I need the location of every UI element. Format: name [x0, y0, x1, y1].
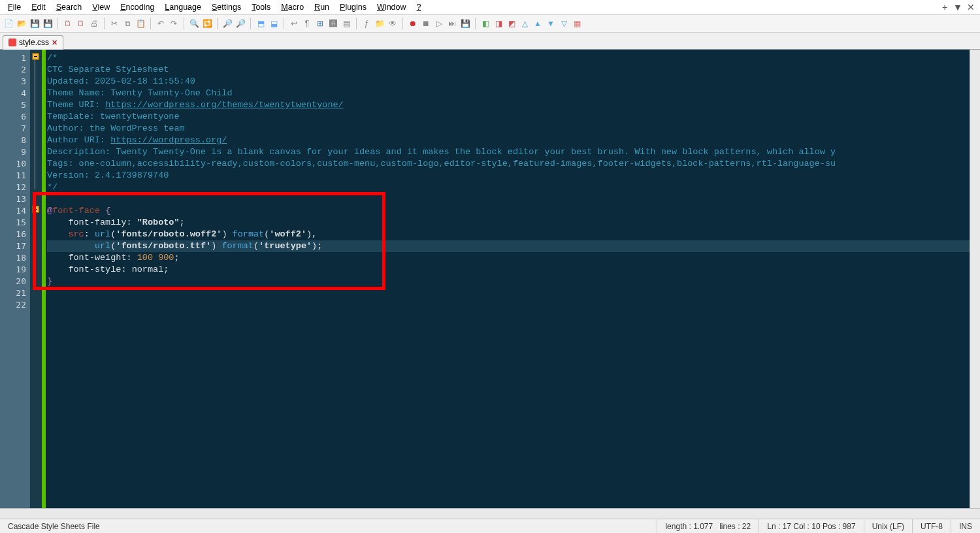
misc8-icon[interactable]: ▦ [571, 18, 583, 29]
menu-view[interactable]: View [87, 1, 115, 13]
menu-macro[interactable]: Macro [276, 1, 309, 13]
redo-icon[interactable]: ↷ [168, 18, 180, 29]
code-line[interactable]: Updated: 2025-02-18 11:55:40 [47, 76, 970, 88]
save-macro-icon[interactable]: 💾 [459, 18, 471, 29]
dropdown-button[interactable]: ▼ [951, 2, 964, 12]
doc-map-icon[interactable]: ▤ [340, 18, 352, 29]
save-all-icon[interactable]: 💾 [42, 18, 54, 29]
undo-icon[interactable]: ↶ [155, 18, 167, 29]
code-line[interactable]: font-family: "Roboto"; [47, 217, 970, 229]
line-number: 8 [0, 135, 26, 146]
menu-plugins[interactable]: Plugins [335, 1, 372, 13]
code-line[interactable]: @font-face { [47, 205, 970, 217]
save-icon[interactable]: 💾 [29, 18, 41, 29]
close-window-button[interactable]: ✕ [964, 2, 977, 12]
new-file-icon[interactable]: 📄 [3, 18, 14, 29]
line-number: 10 [0, 158, 26, 170]
add-tab-button[interactable]: + [938, 2, 951, 12]
monitor-icon[interactable]: 👁 [387, 18, 399, 29]
code-line[interactable]: /* [47, 52, 970, 64]
code-line[interactable]: font-weight: 100 900; [47, 252, 970, 264]
lang-icon[interactable]: 🅰 [327, 18, 339, 29]
tab-close-icon[interactable]: ✕ [52, 39, 57, 47]
fold-toggle-icon[interactable] [32, 206, 39, 213]
misc5-icon[interactable]: ▲ [532, 18, 544, 29]
record-macro-icon[interactable]: ⏺ [407, 18, 419, 29]
close-all-icon[interactable]: 🗋 [75, 18, 87, 29]
menu-language[interactable]: Language [159, 1, 206, 13]
menu-run[interactable]: Run [309, 1, 335, 13]
code-line[interactable]: Version: 2.4.1739879740 [47, 170, 970, 182]
vertical-scrollbar[interactable] [970, 50, 980, 508]
code-line[interactable]: Author URI: https://wordpress.org/ [47, 135, 970, 146]
misc6-icon[interactable]: ▼ [545, 18, 557, 29]
code-line[interactable] [47, 299, 970, 311]
fold-toggle-icon[interactable] [32, 53, 39, 60]
menu-settings[interactable]: Settings [206, 1, 246, 13]
folder-icon[interactable]: 📁 [374, 18, 385, 29]
wordwrap-icon[interactable]: ↩ [288, 18, 300, 29]
code-area[interactable]: /*CTC Separate StylesheetUpdated: 2025-0… [46, 50, 970, 508]
misc3-icon[interactable]: ◩ [506, 18, 517, 29]
zoom-out-icon[interactable]: 🔎 [235, 18, 246, 29]
line-number: 18 [0, 252, 26, 264]
status-insert-mode[interactable]: INS [951, 519, 980, 533]
code-line[interactable]: Description: Twenty Twenty-One is a blan… [47, 146, 970, 158]
misc1-icon[interactable]: ◧ [480, 18, 491, 29]
line-number: 17 [0, 240, 26, 252]
misc2-icon[interactable]: ◨ [493, 18, 504, 29]
code-line[interactable]: } [47, 276, 970, 287]
file-modified-icon [8, 39, 16, 46]
sync-h-icon[interactable]: ⬓ [268, 18, 280, 29]
show-all-chars-icon[interactable]: ¶ [301, 18, 313, 29]
code-line[interactable]: url('fonts/roboto.ttf') format('truetype… [47, 240, 970, 252]
sync-v-icon[interactable]: ⬒ [255, 18, 267, 29]
line-number: 5 [0, 99, 26, 111]
menu-search[interactable]: Search [51, 1, 88, 13]
zoom-in-icon[interactable]: 🔎 [221, 18, 233, 29]
print-icon[interactable]: 🖨 [88, 18, 100, 29]
status-encoding[interactable]: UTF-8 [913, 519, 951, 533]
menu-help[interactable]: ? [412, 1, 427, 13]
menu-encoding[interactable]: Encoding [115, 1, 159, 13]
code-line[interactable]: Theme URI: https://wordpress.org/themes/… [47, 99, 970, 111]
toolbar-separator [475, 18, 476, 29]
open-file-icon[interactable]: 📂 [16, 18, 27, 29]
func-list-icon[interactable]: ƒ [361, 18, 372, 29]
code-line[interactable]: font-style: normal; [47, 264, 970, 276]
play-macro-icon[interactable]: ▷ [433, 18, 445, 29]
tab-style-css[interactable]: style.css ✕ [3, 35, 63, 50]
replace-icon[interactable]: 🔁 [201, 18, 213, 29]
code-line[interactable]: */ [47, 182, 970, 193]
misc7-icon[interactable]: ▽ [558, 18, 570, 29]
menu-window[interactable]: Window [372, 1, 411, 13]
misc4-icon[interactable]: △ [519, 18, 531, 29]
fold-column[interactable] [30, 50, 42, 508]
copy-icon[interactable]: ⧉ [122, 18, 133, 29]
find-icon[interactable]: 🔍 [188, 18, 200, 29]
play-multi-icon[interactable]: ⏭ [446, 18, 458, 29]
paste-icon[interactable]: 📋 [135, 18, 146, 29]
code-line[interactable] [47, 287, 970, 299]
status-eol[interactable]: Unix (LF) [864, 519, 913, 533]
code-line[interactable]: CTC Separate Stylesheet [47, 64, 970, 76]
code-line[interactable]: Template: twentytwentyone [47, 111, 970, 123]
code-line[interactable] [47, 193, 970, 205]
line-number-gutter: 12345678910111213141516171819202122 [0, 50, 30, 508]
fold-guide [35, 60, 35, 189]
code-line[interactable]: Author: the WordPress team [47, 123, 970, 135]
line-number: 20 [0, 276, 26, 287]
stop-macro-icon[interactable]: ⏹ [420, 18, 432, 29]
toolbar-separator [284, 18, 284, 29]
horizontal-scrollbar[interactable] [0, 508, 980, 519]
menu-tools[interactable]: Tools [246, 1, 276, 13]
code-line[interactable]: Tags: one-column,accessibility-ready,cus… [47, 158, 970, 170]
close-file-icon[interactable]: 🗋 [62, 18, 74, 29]
indent-guide-icon[interactable]: ⊞ [314, 18, 326, 29]
code-line[interactable]: src: url('fonts/roboto.woff2') format('w… [47, 229, 970, 240]
code-line[interactable]: Theme Name: Twenty Twenty-One Child [47, 88, 970, 99]
menu-edit[interactable]: Edit [26, 1, 51, 13]
cut-icon[interactable]: ✂ [108, 18, 120, 29]
editor[interactable]: 12345678910111213141516171819202122 /*CT… [0, 50, 980, 508]
menu-file[interactable]: File [3, 1, 26, 13]
